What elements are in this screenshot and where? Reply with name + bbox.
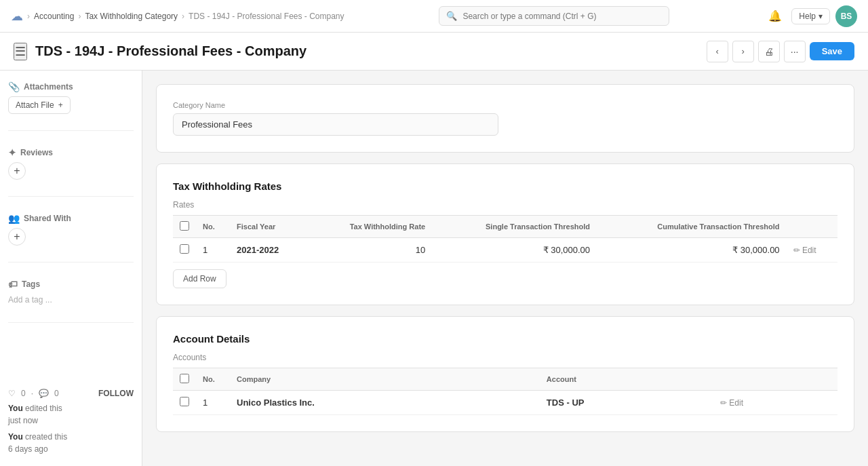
edit-link[interactable]: ✏ Edit	[793, 246, 831, 255]
rates-row-no: 1	[196, 238, 230, 263]
edit-info: You edited thisjust now You created this…	[8, 402, 134, 455]
page-title: TDS - 194J - Professional Fees - Company	[35, 43, 307, 59]
attachments-label: Attachments	[24, 82, 73, 92]
rates-table: No. Fiscal Year Tax Withholding Rate Sin…	[173, 215, 837, 263]
add-review-button[interactable]: +	[8, 162, 26, 180]
accounts-row-no: 1	[196, 391, 230, 415]
rates-th-rate: Tax Withholding Rate	[308, 216, 433, 238]
attachments-section: 📎 Attachments Attach File +	[8, 81, 134, 114]
navbar: ☁ › Accounting › Tax Withholding Categor…	[0, 0, 868, 33]
shared-with-title: 👥 Shared With	[8, 213, 134, 224]
search-box[interactable]: 🔍	[439, 6, 669, 26]
accounts-table-header: No. Company Account	[173, 368, 837, 391]
prev-button[interactable]: ‹	[707, 41, 728, 62]
accounts-th-no: No.	[196, 368, 230, 391]
help-button[interactable]: Help ▾	[791, 8, 830, 24]
attach-plus-icon: +	[58, 100, 63, 110]
rates-row-edit[interactable]: ✏ Edit	[787, 238, 837, 263]
rates-th-single: Single Transaction Threshold	[432, 216, 597, 238]
accounts-row-edit[interactable]: ✏ Edit	[713, 391, 837, 415]
page-header: ☰ TDS - 194J - Professional Fees - Compa…	[0, 33, 868, 71]
accounts-table: No. Company Account 1 Unico Plastics Inc…	[173, 368, 837, 415]
rates-row-fiscal: 2021-2022	[230, 238, 308, 263]
logo-icon[interactable]: ☁	[11, 9, 23, 24]
heart-icon[interactable]: ♡	[8, 389, 16, 398]
chevron-down-icon: ▾	[818, 12, 823, 21]
add-shared-button[interactable]: +	[8, 228, 26, 246]
edited-text: You edited thisjust now	[8, 402, 134, 427]
rates-table-header: No. Fiscal Year Tax Withholding Rate Sin…	[173, 216, 837, 238]
accounts-row-checkbox-0[interactable]	[180, 397, 189, 406]
attach-file-button[interactable]: Attach File +	[8, 96, 71, 114]
shared-with-label: Shared With	[24, 214, 71, 223]
rates-th-check	[173, 216, 196, 238]
rates-row-single: ₹ 30,000.00	[432, 238, 597, 263]
divider-1	[8, 130, 134, 131]
rates-sub-label: Rates	[173, 200, 837, 210]
tags-label: Tags	[22, 279, 40, 289]
rates-th-action	[787, 216, 837, 238]
table-row: 1 2021-2022 10 ₹ 30,000.00 ₹ 30,000.00 ✏…	[173, 238, 837, 263]
reviews-section: ✦ Reviews +	[8, 147, 134, 180]
likes-count: 0	[21, 389, 26, 398]
save-button[interactable]: Save	[810, 42, 854, 60]
accounts-card: Account Details Accounts No. Company Acc…	[156, 316, 854, 432]
accounts-th-company: Company	[230, 368, 540, 391]
avatar[interactable]: BS	[835, 5, 857, 27]
rates-th-fiscal: Fiscal Year	[230, 216, 308, 238]
more-button[interactable]: ···	[784, 41, 806, 62]
category-name-value[interactable]: Professional Fees	[173, 113, 498, 136]
search-area: 🔍	[439, 6, 669, 26]
accounts-th-action	[713, 368, 837, 391]
rates-row-check	[173, 238, 196, 263]
accounts-row-account: TDS - UP	[540, 391, 713, 415]
rates-row-cumulative: ₹ 30,000.00	[597, 238, 787, 263]
tags-section: 🏷 Tags Add a tag ...	[8, 279, 134, 306]
rates-select-all[interactable]	[180, 221, 189, 231]
next-button[interactable]: ›	[732, 41, 754, 62]
divider-2	[8, 196, 134, 197]
paperclip-icon: 📎	[8, 81, 20, 92]
rates-row-checkbox-0[interactable]	[180, 244, 189, 254]
rates-card: Tax Withholding Rates Rates No. Fiscal Y…	[156, 163, 854, 305]
sidebar-footer: ♡ 0 · 💬 0 FOLLOW You edited thisjust now…	[8, 389, 134, 455]
rates-th-no: No.	[196, 216, 230, 238]
search-icon: 🔍	[446, 11, 457, 21]
reviews-title: ✦ Reviews	[8, 147, 134, 158]
rates-th-cumulative: Cumulative Transaction Threshold	[597, 216, 787, 238]
breadcrumb-tax[interactable]: Tax Withholding Category	[85, 12, 178, 21]
breadcrumb-current: TDS - 194J - Professional Fees - Company	[189, 12, 344, 21]
people-icon: 👥	[8, 213, 20, 224]
like-row: ♡ 0 · 💬 0 FOLLOW	[8, 389, 134, 398]
comments-count: 0	[54, 389, 59, 398]
breadcrumb-sep-1: ›	[27, 12, 30, 21]
created-text: You created this6 days ago	[8, 431, 134, 455]
attach-file-label: Attach File	[16, 100, 54, 110]
divider-4	[8, 322, 134, 323]
page-header-left: ☰ TDS - 194J - Professional Fees - Compa…	[14, 43, 307, 60]
follow-button[interactable]: FOLLOW	[98, 389, 134, 398]
category-name-card: Category Name Professional Fees	[156, 84, 854, 153]
menu-toggle-button[interactable]: ☰	[14, 43, 27, 60]
main-layout: 📎 Attachments Attach File + ✦ Reviews + …	[0, 71, 868, 466]
main-content: Category Name Professional Fees Tax With…	[142, 71, 868, 466]
accounts-row-company: Unico Plastics Inc.	[230, 391, 540, 415]
accounts-section-title: Account Details	[173, 333, 837, 345]
divider-3	[8, 262, 134, 263]
notification-button[interactable]: 🔔	[764, 5, 786, 27]
table-row: 1 Unico Plastics Inc. TDS - UP ✏ Edit	[173, 391, 837, 415]
tags-title: 🏷 Tags	[8, 279, 134, 290]
breadcrumb-area: ☁ › Accounting › Tax Withholding Categor…	[11, 9, 344, 24]
breadcrumb-accounting[interactable]: Accounting	[34, 12, 74, 21]
star-icon: ✦	[8, 147, 16, 158]
add-tag-input[interactable]: Add a tag ...	[8, 294, 134, 306]
edit-link-accounts[interactable]: ✏ Edit	[720, 398, 831, 408]
accounts-select-all[interactable]	[180, 374, 189, 383]
comment-icon[interactable]: 💬	[39, 389, 49, 398]
add-row-button[interactable]: Add Row	[173, 269, 226, 288]
accounts-sub-label: Accounts	[173, 353, 837, 362]
print-button[interactable]: 🖨	[758, 41, 780, 62]
accounts-th-check	[173, 368, 196, 391]
search-input[interactable]	[462, 12, 662, 21]
dot-sep: ·	[31, 389, 33, 398]
